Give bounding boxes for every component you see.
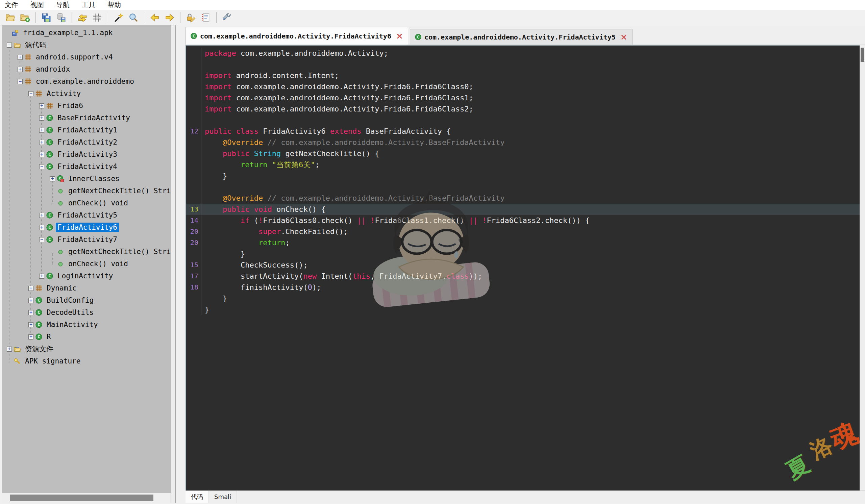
tree-row-资源文件[interactable]: +010资源文件 <box>2 343 171 355</box>
tree-row-activity[interactable]: −Activity <box>2 87 171 99</box>
collapse-icon[interactable]: − <box>7 43 12 48</box>
bottom-tab-code[interactable]: 代码 <box>185 491 209 503</box>
tree-label[interactable]: getNextCheckTitle() Stri <box>67 186 171 196</box>
export-icon[interactable] <box>56 12 67 23</box>
expand-icon[interactable]: + <box>18 55 23 60</box>
tree-label[interactable]: BuildConfig <box>45 296 95 305</box>
add-files-icon[interactable] <box>20 12 31 23</box>
editor-tab-0[interactable]: Ccom.example.androiddemo.Activity.FridaA… <box>185 27 408 45</box>
tree-row-fridaactivity6[interactable]: +CFridaActivity6 <box>2 221 171 233</box>
reload-icon[interactable] <box>77 12 88 23</box>
search-icon[interactable] <box>128 12 139 23</box>
diagram-icon[interactable] <box>92 12 103 23</box>
tree-row-buildconfig[interactable]: +CBuildConfig <box>2 294 171 306</box>
collapse-icon[interactable]: − <box>18 79 23 84</box>
tree-label[interactable]: DecodeUtils <box>45 308 95 317</box>
editor-tab-1[interactable]: Ccom.example.androiddemo.Activity.FridaA… <box>410 29 633 45</box>
tree-row-fridaactivity5[interactable]: +CFridaActivity5 <box>2 209 171 221</box>
deobfuscation-wand-icon[interactable] <box>113 12 124 23</box>
tree-row-frida6[interactable]: +Frida6 <box>2 99 171 112</box>
close-icon[interactable]: × <box>620 34 627 40</box>
expand-icon[interactable]: + <box>28 310 33 315</box>
tree-label[interactable]: FridaActivity5 <box>56 210 119 220</box>
collapse-icon[interactable]: − <box>28 91 33 96</box>
tree-row-com-example-androiddemo[interactable]: −com.example.androiddemo <box>2 75 171 87</box>
tree-label[interactable]: frida_example_1.1.apk <box>21 28 115 37</box>
tree-label[interactable]: FridaActivity3 <box>56 150 119 159</box>
tree-label[interactable]: onCheck() void <box>67 259 130 269</box>
tree-row-getnextchecktitle-stri[interactable]: getNextCheckTitle() Stri <box>2 185 171 197</box>
expand-icon[interactable]: + <box>50 176 55 181</box>
expand-icon[interactable]: + <box>39 140 44 145</box>
expand-icon[interactable]: + <box>39 128 44 133</box>
tree-row-oncheck-void[interactable]: onCheck() void <box>2 197 171 209</box>
expand-icon[interactable]: + <box>39 225 44 230</box>
menu-item-1[interactable]: 视图 <box>31 0 44 10</box>
menu-item-2[interactable]: 导航 <box>56 0 70 10</box>
tree-row-mainactivity[interactable]: +CMainActivity <box>2 318 171 331</box>
tree-row-fridaactivity3[interactable]: +CFridaActivity3 <box>2 148 171 161</box>
bottom-tab-smali[interactable]: Smali <box>209 491 237 503</box>
tree-row-androidx[interactable]: +androidx <box>2 63 171 75</box>
tree-row-apk-signature[interactable]: APK signature <box>2 355 171 367</box>
expand-icon[interactable]: + <box>39 152 44 157</box>
tree-row-getnextchecktitle-stri[interactable]: getNextCheckTitle() Stri <box>2 246 171 258</box>
tree-row-decodeutils[interactable]: +CDecodeUtils <box>2 306 171 318</box>
tree-scrollbar-thumb[interactable] <box>10 494 153 501</box>
tree-label[interactable]: FridaActivity6 <box>56 223 119 232</box>
expand-icon[interactable]: + <box>39 274 44 279</box>
tree-label[interactable]: R <box>45 332 53 341</box>
tree-row-basefridaactivity[interactable]: +CBaseFridaActivity <box>2 112 171 124</box>
tree-label[interactable]: FridaActivity4 <box>56 162 119 171</box>
tree-label[interactable]: FridaActivity7 <box>56 235 119 244</box>
expand-icon[interactable]: + <box>39 213 44 218</box>
tree-row-源代码[interactable]: −源代码 <box>2 39 171 51</box>
menu-item-4[interactable]: 帮助 <box>107 0 121 10</box>
tree-row-fridaactivity2[interactable]: +CFridaActivity2 <box>2 136 171 148</box>
tree-label[interactable]: androidx <box>34 65 72 74</box>
tree-label[interactable]: android.support.v4 <box>34 52 115 62</box>
tree-label[interactable]: InnerClasses <box>67 174 121 184</box>
expand-icon[interactable]: + <box>39 116 44 120</box>
tree-label[interactable]: BaseFridaActivity <box>56 113 132 122</box>
tree-row-dynamic[interactable]: +Dynamic <box>2 282 171 294</box>
close-icon[interactable]: × <box>396 33 403 39</box>
tree-row-fridaactivity7[interactable]: −CFridaActivity7 <box>2 233 171 246</box>
tree-label[interactable]: FridaActivity2 <box>56 138 119 147</box>
code-editor[interactable]: package com.example.androiddemo.Activity… <box>185 45 860 491</box>
back-icon[interactable] <box>149 12 160 23</box>
tree-row-innerclasses[interactable]: +CInnerClasses <box>2 173 171 185</box>
expand-icon[interactable]: + <box>28 298 33 303</box>
tree-label[interactable]: Activity <box>45 89 82 98</box>
open-file-icon[interactable] <box>5 12 15 23</box>
expand-icon[interactable]: + <box>18 67 23 72</box>
tree-label[interactable]: getNextCheckTitle() Stri <box>67 247 171 256</box>
tree-horizontal-scrollbar[interactable] <box>2 493 171 503</box>
tree-row-oncheck-void[interactable]: onCheck() void <box>2 258 171 270</box>
tree-label[interactable]: Frida6 <box>56 101 85 110</box>
tree-row-loginactivity[interactable]: +CLoginActivity <box>2 270 171 282</box>
tree-label[interactable]: APK signature <box>23 356 82 366</box>
tree-label[interactable]: Dynamic <box>45 283 78 293</box>
tree-row-android-support-v4[interactable]: +android.support.v4 <box>2 51 171 63</box>
expand-icon[interactable]: + <box>28 286 33 291</box>
code-scrollbar-thumb[interactable] <box>861 48 864 62</box>
collapse-icon[interactable]: − <box>39 164 44 169</box>
tree-row-r[interactable]: +CR <box>2 331 171 343</box>
tree-row-frida_example_1-1-apk[interactable]: frida_example_1.1.apk <box>2 27 171 39</box>
expand-icon[interactable]: + <box>28 335 33 340</box>
tree-label[interactable]: 源代码 <box>23 39 48 50</box>
tree-label[interactable]: com.example.androiddemo <box>34 77 136 86</box>
save-all-icon[interactable] <box>41 12 52 23</box>
tree-label[interactable]: LoginActivity <box>56 271 115 281</box>
tree-label[interactable]: onCheck() void <box>67 198 130 208</box>
forward-icon[interactable] <box>164 12 175 23</box>
tree-row-fridaactivity4[interactable]: −CFridaActivity4 <box>2 161 171 173</box>
expand-icon[interactable]: + <box>28 322 33 327</box>
menu-item-0[interactable]: 文件 <box>5 0 18 10</box>
tree-label[interactable]: FridaActivity1 <box>56 125 119 135</box>
expand-icon[interactable]: + <box>39 103 44 108</box>
code-vertical-scrollbar[interactable] <box>860 45 865 491</box>
expand-icon[interactable]: + <box>7 347 12 352</box>
signature-icon[interactable] <box>185 12 196 23</box>
